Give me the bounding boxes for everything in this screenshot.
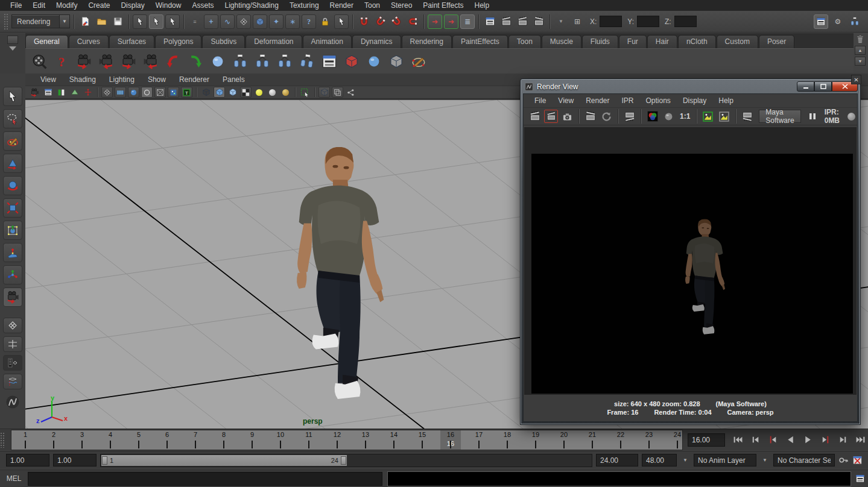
render-current-frame-button[interactable] (499, 14, 513, 29)
shadows-icon[interactable] (280, 87, 291, 98)
set-key-icon[interactable] (838, 455, 849, 465)
textured-display-icon[interactable] (227, 87, 238, 98)
snapshot-button[interactable] (560, 110, 574, 123)
open-input-connections-button[interactable]: ➔ (428, 14, 442, 29)
highlight-selection-button[interactable] (334, 14, 349, 29)
shelf-tab-surfaces[interactable]: Surfaces (109, 35, 154, 48)
menu-edit[interactable]: Edit (27, 0, 51, 11)
rv-menu-ipr[interactable]: IPR (616, 96, 640, 105)
image-plane-icon[interactable] (69, 87, 80, 98)
safe-action-icon[interactable] (168, 87, 179, 98)
menu-texturing[interactable]: Texturing (284, 0, 325, 11)
shelf-tab-general[interactable]: General (25, 35, 68, 48)
show-tool-settings-button[interactable]: ⚙ (831, 14, 845, 29)
lasso-select-tool-button[interactable] (3, 109, 22, 128)
undo-arrow-icon[interactable] (164, 52, 182, 71)
gate-mask-icon[interactable] (141, 87, 153, 98)
save-scene-button[interactable] (110, 14, 125, 29)
go-to-start-button[interactable] (730, 432, 746, 448)
node-network-2-icon[interactable] (253, 52, 271, 71)
rv-menu-file[interactable]: File (528, 96, 552, 105)
viewport-menu-panels[interactable]: Panels (216, 75, 252, 84)
step-forward-key-button[interactable] (817, 432, 833, 448)
paint-effects-brush-icon[interactable] (410, 52, 428, 71)
snap-to-grids-button[interactable]: + (204, 14, 218, 29)
menu-render[interactable]: Render (325, 0, 359, 11)
shelf-menu-arrow-icon[interactable] (9, 46, 16, 51)
display-rgb-channels-button[interactable] (645, 110, 659, 123)
isolate-select-icon[interactable] (299, 87, 311, 98)
render-view-window[interactable]: Render View File View Render IPR Options… (520, 78, 861, 425)
snap-to-points-button[interactable] (236, 14, 251, 29)
shelf-tab-ncloth[interactable]: nCloth (678, 35, 716, 48)
select-component-mode-button[interactable] (165, 14, 180, 29)
open-render-settings-button[interactable] (740, 110, 754, 123)
construction-history-button[interactable] (356, 14, 371, 29)
timeline-ruler[interactable]: 1612345678910111213141516171819202122232… (11, 430, 683, 450)
assign-shader-sphere-icon[interactable] (365, 52, 383, 71)
play-backwards-button[interactable] (782, 432, 798, 448)
node-network-1-icon[interactable] (231, 52, 249, 71)
camera-tool-4-icon[interactable] (142, 52, 160, 71)
shelf-tab-custom[interactable]: Custom (717, 35, 758, 48)
mel-command-input[interactable] (28, 472, 382, 486)
select-tool-button[interactable] (3, 87, 22, 106)
field-chart-icon[interactable] (154, 87, 166, 98)
node-network-4-icon[interactable] (298, 52, 316, 71)
assign-gray-cubes-icon[interactable] (387, 52, 405, 71)
scale-tool-button[interactable] (3, 198, 22, 218)
redo-arrow-icon[interactable] (186, 52, 204, 71)
make-live-button[interactable]: ✦ (269, 14, 284, 29)
wireframe-display-icon[interactable] (200, 87, 212, 98)
step-back-key-button[interactable] (765, 432, 781, 448)
refresh-ipr-button[interactable] (600, 110, 613, 123)
help-question-icon[interactable] (52, 52, 71, 71)
chevron-down-icon[interactable]: ▼ (59, 15, 69, 28)
shelf-tab-toon[interactable]: Toon (508, 35, 541, 48)
viewport-menu-show[interactable]: Show (141, 75, 173, 84)
xray-display-icon[interactable] (318, 87, 330, 98)
select-object-mode-button[interactable] (149, 14, 163, 29)
plugin-display-icon[interactable] (345, 87, 356, 98)
update-shading-region-button[interactable] (622, 110, 636, 123)
play-forwards-button[interactable] (800, 432, 816, 448)
camera-tool-1-icon[interactable] (75, 52, 93, 71)
character-model[interactable] (279, 147, 402, 401)
layout-single-pane-button[interactable] (3, 318, 22, 333)
bookmarks-icon[interactable] (55, 87, 67, 98)
animation-start-field[interactable] (53, 454, 97, 467)
display-alpha-channel-button[interactable] (662, 110, 676, 123)
shelf-tab-deformation[interactable]: Deformation (246, 35, 302, 48)
shaded-display-icon[interactable] (214, 87, 225, 98)
last-tool-used-button[interactable] (3, 265, 22, 284)
coordinate-mode-dropdown[interactable]: ▼ (554, 14, 568, 29)
delete-shelf-item-icon[interactable] (855, 34, 865, 44)
rv-menu-view[interactable]: View (552, 96, 580, 105)
hypergraph-window-icon[interactable] (320, 52, 338, 71)
all-lights-icon[interactable] (267, 87, 278, 98)
delete-object-icon[interactable] (209, 52, 227, 71)
x-coordinate-input[interactable] (600, 16, 622, 27)
minimize-button[interactable] (797, 81, 814, 92)
shelf-tab-dynamics[interactable]: Dynamics (352, 35, 401, 48)
character-set-field[interactable] (773, 454, 835, 467)
snap-menu-button[interactable]: ≡ (188, 14, 202, 29)
playblast-icon[interactable] (30, 52, 48, 71)
redo-previous-render-button[interactable] (528, 110, 542, 123)
menu-set-selector[interactable]: Rendering ▼ (11, 14, 70, 28)
shelf-tab-poser[interactable]: Poser (759, 35, 794, 48)
rv-menu-help[interactable]: Help (712, 96, 740, 105)
keep-image-button[interactable] (701, 110, 715, 123)
menu-create[interactable]: Create (83, 0, 115, 11)
menu-display[interactable]: Display (115, 0, 150, 11)
command-language-toggle[interactable]: MEL (0, 474, 28, 483)
select-hierarchy-mode-button[interactable] (133, 14, 147, 29)
ipr-render-button[interactable] (583, 110, 597, 123)
resolution-gate-icon[interactable] (128, 87, 139, 98)
go-to-end-button[interactable] (852, 432, 868, 448)
node-network-3-icon[interactable] (276, 52, 294, 71)
shelf-tab-rendering[interactable]: Rendering (402, 35, 452, 48)
layout-four-pane-button[interactable] (3, 336, 22, 352)
remove-image-button[interactable] (717, 110, 731, 123)
panel-close-icon[interactable]: ✕ (851, 75, 861, 84)
